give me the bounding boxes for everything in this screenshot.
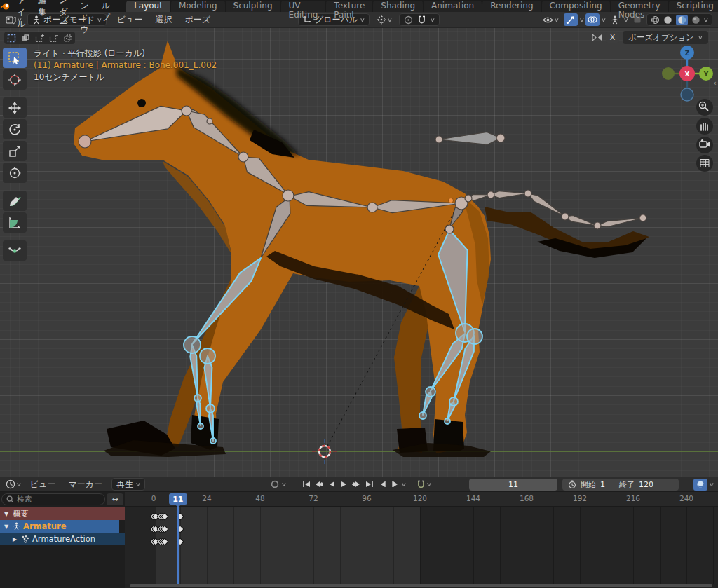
channel-row-action[interactable]: ▶ ArmatureAction [0, 533, 125, 545]
timeline-scrollbar[interactable] [130, 584, 712, 587]
frame-forward-button[interactable] [389, 479, 401, 490]
tab-compositing[interactable]: Compositing [542, 1, 610, 12]
show-overlays-toggle[interactable] [585, 13, 600, 26]
armature-joint[interactable] [562, 213, 569, 220]
frame-back-button[interactable] [377, 479, 388, 490]
timeline-snap-magnet-icon[interactable] [416, 480, 426, 489]
menu-file[interactable]: ファイル [11, 0, 32, 30]
sidebar-toggle-arrow[interactable]: ‹ [714, 78, 717, 88]
pan-hand-button[interactable] [696, 118, 713, 135]
menu-select[interactable]: 選択 [149, 14, 178, 26]
expand-icon[interactable]: ▶ [11, 536, 18, 542]
show-gizmo-toggle[interactable] [564, 13, 578, 26]
keyframe-area[interactable] [125, 507, 718, 584]
tool-rotate[interactable] [3, 119, 27, 139]
tool-move[interactable] [3, 97, 27, 118]
armature-joint[interactable] [435, 136, 442, 143]
object-visibility-selector[interactable]: ∨ [540, 13, 562, 26]
channel-row-armature[interactable]: ▼ Armature [0, 520, 119, 533]
viewport-3d[interactable]: Z X Y [0, 28, 718, 477]
jump-to-start-button[interactable] [300, 479, 312, 490]
armature-joint-selected[interactable] [449, 397, 458, 406]
collapse-icon[interactable]: ▼ [3, 524, 10, 530]
armature-bone[interactable] [528, 193, 565, 217]
next-keyframe-button[interactable] [351, 479, 363, 490]
playhead-current-frame[interactable]: 11 [169, 493, 187, 505]
armature-bone[interactable] [597, 218, 643, 227]
grid-ortho-button[interactable] [696, 155, 713, 172]
tab-texture-paint[interactable]: Texture Paint [326, 1, 372, 12]
active-bone-origin-dot[interactable] [449, 198, 454, 203]
play-reverse-button[interactable] [325, 479, 337, 490]
select-mode-tweak[interactable] [5, 32, 18, 43]
tab-shading[interactable]: Shading [373, 1, 423, 12]
tool-cursor[interactable] [3, 69, 27, 90]
chevron-down-icon[interactable]: ∨ [601, 17, 607, 23]
armature-joint[interactable] [207, 118, 212, 124]
stopwatch-icon[interactable] [568, 480, 576, 488]
mirror-icon[interactable] [592, 34, 602, 41]
tool-select-box[interactable] [3, 48, 27, 68]
tool-annotate[interactable] [3, 191, 27, 211]
armature-joint[interactable] [639, 214, 646, 221]
menu-edit[interactable]: 編集 [32, 0, 53, 18]
armature-joint[interactable] [496, 134, 505, 142]
select-mode-subtract[interactable] [47, 32, 60, 43]
playback-menu[interactable]: 再生 ∨ [111, 478, 145, 491]
armature-joint-selected[interactable] [200, 348, 215, 364]
armature-bone[interactable] [565, 216, 597, 226]
armature-joint-selected[interactable] [445, 418, 450, 424]
playback-sync-toggle[interactable] [693, 479, 707, 491]
jump-to-end-button[interactable] [363, 479, 375, 490]
tab-geometry-nodes[interactable]: Geometry Nodes [611, 1, 668, 12]
select-mode-new[interactable] [19, 32, 32, 43]
shading-material-preview-active[interactable] [676, 15, 688, 25]
expand-channels-button[interactable]: ↔ [107, 493, 123, 505]
armature-joint-selected[interactable] [426, 387, 435, 397]
snap-magnet-icon[interactable] [417, 15, 426, 25]
chevron-down-icon[interactable]: ∨ [578, 17, 584, 23]
armature-joint-selected[interactable] [206, 404, 215, 413]
tool-measure[interactable] [3, 212, 27, 233]
chevron-down-icon[interactable]: ∨ [426, 481, 432, 488]
tab-uv-editing[interactable]: UV Editing [281, 1, 326, 12]
tab-animation[interactable]: Animation [424, 1, 482, 12]
camera-view-button[interactable] [696, 137, 713, 153]
armature-joint-selected[interactable] [210, 438, 216, 444]
tab-layout[interactable]: Layout [126, 1, 170, 12]
shading-rendered-icon[interactable] [691, 15, 700, 25]
timeline-menu-view[interactable]: ビュー [24, 479, 62, 491]
channel-row-summary[interactable]: ▼ 概要 [0, 507, 125, 520]
tab-rendering[interactable]: Rendering [482, 1, 541, 12]
menu-render[interactable]: レンダー [53, 0, 74, 30]
menu-pose[interactable]: ポーズ [178, 14, 217, 26]
pose-options-dropdown[interactable]: ポーズオプション ∨ [623, 31, 708, 44]
chevron-down-icon[interactable]: ∨ [401, 481, 407, 488]
mirror-x-toggle[interactable]: X [606, 32, 620, 43]
tab-modeling[interactable]: Modeling [171, 1, 225, 12]
shading-solid-icon[interactable] [663, 15, 672, 25]
armature-joint-selected[interactable] [198, 423, 203, 429]
tab-sculpting[interactable]: Sculpting [226, 1, 280, 12]
tool-pose-breakdowner[interactable] [3, 240, 27, 261]
armature-joint[interactable] [238, 152, 248, 162]
menu-window[interactable]: ウィンドウ [74, 0, 95, 36]
end-frame-field[interactable]: 120 [639, 480, 653, 489]
tab-scripting[interactable]: Scripting [669, 1, 718, 12]
tool-transform[interactable] [3, 163, 27, 183]
tool-scale[interactable] [3, 141, 27, 161]
collapse-icon[interactable]: ▼ [3, 511, 10, 517]
armature-joint-selected[interactable] [184, 336, 201, 353]
armature-bone[interactable] [439, 132, 501, 144]
timeline-ruler[interactable]: 024487296120144168192216240 [125, 492, 718, 507]
pivot-point-selector[interactable]: ∨ [374, 13, 395, 26]
armature-joint[interactable] [182, 106, 191, 116]
gizmo-axis-y-neg[interactable] [662, 67, 675, 80]
chevron-down-icon[interactable]: ∨ [709, 481, 714, 488]
chevron-down-icon[interactable]: ∨ [281, 481, 287, 488]
auto-keying-toggle[interactable] [269, 479, 280, 490]
menu-help[interactable]: ヘルプ [95, 0, 116, 24]
select-mode-intersect[interactable] [61, 32, 74, 43]
armature-joint[interactable] [524, 190, 531, 197]
timeline-menu-marker[interactable]: マーカー [62, 479, 109, 491]
